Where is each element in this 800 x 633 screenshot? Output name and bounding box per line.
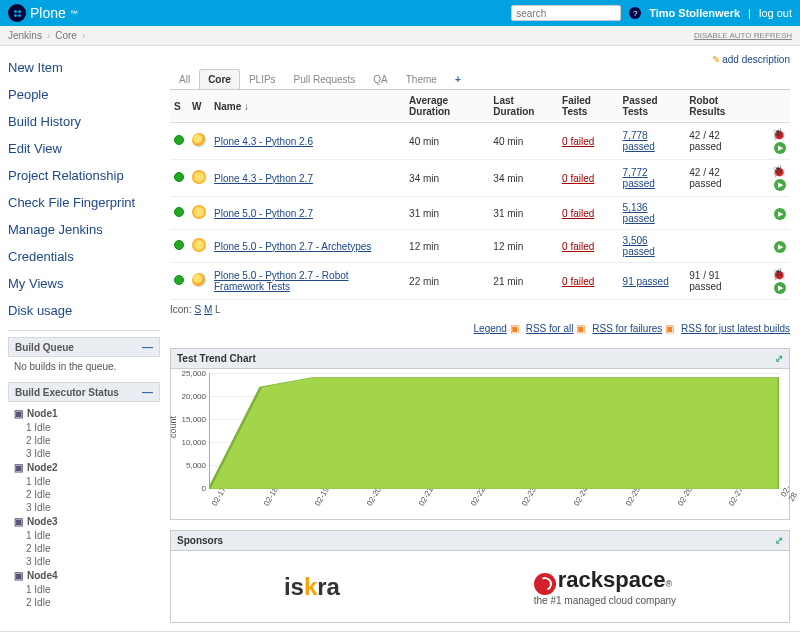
executor-node[interactable]: ▣ Node3 — [14, 514, 154, 529]
col-avg[interactable]: Average Duration — [405, 90, 489, 123]
table-row: Plone 5.0 - Python 2.731 min31 min0 fail… — [170, 197, 790, 230]
rss-failures[interactable]: RSS for failures — [592, 323, 662, 334]
rss-row: Legend ▣RSS for all ▣RSS for failures ▣R… — [170, 319, 790, 338]
tab-add[interactable]: + — [446, 69, 470, 89]
bug-icon[interactable]: 🐞 — [772, 165, 786, 177]
computer-icon: ▣ — [14, 408, 23, 419]
help-icon[interactable]: ? — [629, 7, 641, 19]
sidebar-manage-jenkins[interactable]: Manage Jenkins — [8, 216, 160, 243]
executor-slot: 2 Idle — [14, 542, 154, 555]
failed-link[interactable]: 0 failed — [562, 173, 594, 184]
failed-link[interactable]: 0 failed — [562, 241, 594, 252]
legend-link[interactable]: Legend — [474, 323, 507, 334]
build-now-icon[interactable]: ▶ — [774, 208, 786, 220]
tab-pull-requests[interactable]: Pull Requests — [285, 69, 365, 89]
col-passed[interactable]: Passed Tests — [619, 90, 686, 123]
auto-refresh-toggle[interactable]: DISABLE AUTO REFRESH — [694, 31, 792, 40]
passed-link[interactable]: 5,136 passed — [623, 202, 655, 224]
tab-qa[interactable]: QA — [364, 69, 396, 89]
sidebar-people[interactable]: People — [8, 81, 160, 108]
tabs: All Core PLIPs Pull Requests QA Theme + — [170, 69, 790, 90]
col-status[interactable]: S — [170, 90, 188, 123]
add-description-link[interactable]: add description — [722, 54, 790, 65]
bug-icon[interactable]: 🐞 — [772, 128, 786, 140]
icon-size-m[interactable]: M — [204, 304, 212, 315]
cell-robot: 42 / 42 passed — [685, 160, 756, 197]
sponsor-iskra[interactable]: iskra — [284, 573, 340, 601]
sidebar-new-item[interactable]: New Item — [8, 54, 160, 81]
executor-slot: 1 Idle — [14, 475, 154, 488]
tab-plips[interactable]: PLIPs — [240, 69, 285, 89]
computer-icon: ▣ — [14, 462, 23, 473]
cell-avg: 31 min — [405, 197, 489, 230]
jobs-table: S W Name ↓ Average Duration Last Duratio… — [170, 90, 790, 300]
sponsor-rackspace[interactable]: rackspace® the #1 managed cloud company — [534, 567, 676, 606]
cell-robot: 42 / 42 passed — [685, 123, 756, 160]
sidebar-disk-usage[interactable]: Disk usage — [8, 297, 160, 324]
executor-slot: 3 Idle — [14, 501, 154, 514]
col-name[interactable]: Name ↓ — [210, 90, 405, 123]
executor-node[interactable]: ▣ Node1 — [14, 406, 154, 421]
build-now-icon[interactable]: ▶ — [774, 142, 786, 154]
job-link[interactable]: Plone 5.0 - Python 2.7 — [214, 208, 313, 219]
collapse-icon[interactable]: — — [142, 341, 153, 353]
passed-link[interactable]: 7,772 passed — [623, 167, 655, 189]
sidebar-my-views[interactable]: My Views — [8, 270, 160, 297]
weather-icon — [192, 205, 206, 219]
failed-link[interactable]: 0 failed — [562, 276, 594, 287]
sidebar-credentials[interactable]: Credentials — [8, 243, 160, 270]
crumb-core[interactable]: Core — [55, 30, 77, 41]
collapse-icon[interactable]: — — [142, 386, 153, 398]
sidebar-project-relationship[interactable]: Project Relationship — [8, 162, 160, 189]
tab-theme[interactable]: Theme — [397, 69, 446, 89]
user-link[interactable]: Timo Stollenwerk — [649, 7, 740, 19]
zoom-icon[interactable]: ⤢ — [775, 353, 783, 364]
zoom-icon[interactable]: ⤢ — [775, 535, 783, 546]
sidebar-fingerprint[interactable]: Check File Fingerprint — [8, 189, 160, 216]
cell-last: 31 min — [489, 197, 558, 230]
build-now-icon[interactable]: ▶ — [774, 241, 786, 253]
icon-size-s[interactable]: S — [194, 304, 201, 315]
bug-icon[interactable]: 🐞 — [772, 268, 786, 280]
job-link[interactable]: Plone 4.3 - Python 2.7 — [214, 173, 313, 184]
build-queue-empty: No builds in the queue. — [8, 357, 160, 376]
col-weather[interactable]: W — [188, 90, 210, 123]
passed-link[interactable]: 7,778 passed — [623, 130, 655, 152]
build-now-icon[interactable]: ▶ — [774, 282, 786, 294]
failed-link[interactable]: 0 failed — [562, 136, 594, 147]
failed-link[interactable]: 0 failed — [562, 208, 594, 219]
build-now-icon[interactable]: ▶ — [774, 179, 786, 191]
executor-node[interactable]: ▣ Node2 — [14, 460, 154, 475]
rss-latest[interactable]: RSS for just latest builds — [681, 323, 790, 334]
executor-node[interactable]: ▣ Node4 — [14, 568, 154, 583]
tab-core[interactable]: Core — [199, 69, 240, 89]
col-failed[interactable]: Failed Tests — [558, 90, 619, 123]
search-input[interactable] — [511, 5, 621, 21]
table-row: Plone 4.3 - Python 2.734 min34 min0 fail… — [170, 160, 790, 197]
cell-last: 21 min — [489, 263, 558, 300]
cell-avg: 22 min — [405, 263, 489, 300]
status-ball-icon — [174, 207, 184, 217]
sidebar-build-history[interactable]: Build History — [8, 108, 160, 135]
logout-link[interactable]: log out — [759, 7, 792, 19]
icon-size-row: Icon: S M L — [170, 300, 790, 319]
status-ball-icon — [174, 240, 184, 250]
crumb-jenkins[interactable]: Jenkins — [8, 30, 42, 41]
passed-link[interactable]: 91 passed — [623, 276, 669, 287]
executor-slot: 2 Idle — [14, 596, 154, 609]
status-ball-icon — [174, 275, 184, 285]
topbar: Plone™ ? Timo Stollenwerk | log out — [0, 0, 800, 26]
rackspace-icon — [534, 573, 556, 595]
sidebar-edit-view[interactable]: Edit View — [8, 135, 160, 162]
col-robot[interactable]: Robot Results — [685, 90, 756, 123]
job-link[interactable]: Plone 4.3 - Python 2.6 — [214, 136, 313, 147]
logo[interactable]: Plone™ — [8, 4, 78, 22]
rss-all[interactable]: RSS for all — [526, 323, 574, 334]
tab-all[interactable]: All — [170, 69, 199, 89]
content: ✎add description All Core PLIPs Pull Req… — [160, 46, 800, 631]
job-link[interactable]: Plone 5.0 - Python 2.7 - Robot Framework… — [214, 270, 349, 292]
passed-link[interactable]: 3,506 passed — [623, 235, 655, 257]
executor-slot: 1 Idle — [14, 583, 154, 596]
col-last[interactable]: Last Duration — [489, 90, 558, 123]
job-link[interactable]: Plone 5.0 - Python 2.7 - Archetypes — [214, 241, 371, 252]
